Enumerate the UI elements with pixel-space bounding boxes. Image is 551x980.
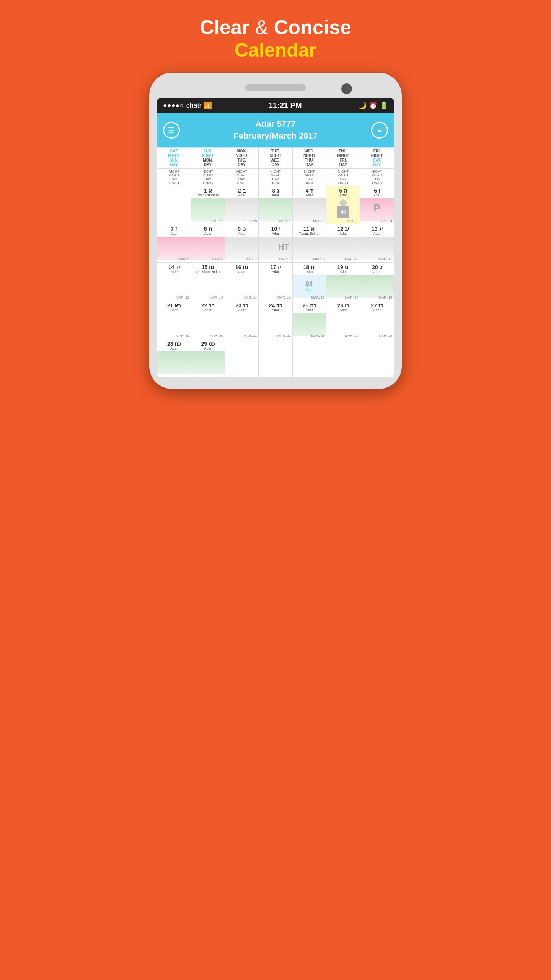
- col-sat-sun: SAT.NIGHTSUN.DAY: [157, 147, 191, 168]
- onah-1: NIGHTONAHDAYONAH: [157, 168, 191, 186]
- phone-speaker: [245, 84, 306, 91]
- status-time: 11:21 PM: [269, 101, 302, 110]
- col-thu-fri: THU.NIGHTFRI.DAY: [326, 147, 360, 168]
- wed-night-label: Wed.Night: [305, 284, 313, 292]
- week5-empty-4: [326, 339, 360, 377]
- phone-camera: [341, 83, 352, 94]
- day-27[interactable]: 27 כז Adar MAR. 25: [360, 301, 394, 339]
- day-5[interactable]: 5 ה Adar 49 MAR. 3: [326, 186, 360, 224]
- col-sun-mon: SUN.NIGHTMON.DAY: [191, 147, 225, 168]
- onah-3: NIGHTONAHDAYONAH: [225, 168, 258, 186]
- week5-empty-2: [259, 339, 292, 377]
- col-wed-thu: WED.NIGHTTHU.DAY: [292, 147, 326, 168]
- day-21[interactable]: 21 כא Adar MAR. 19: [157, 301, 191, 339]
- onah-6: NIGHTONAHDAYONAH: [326, 168, 360, 186]
- day-22[interactable]: 22 כב Adar MAR. 20: [191, 301, 225, 339]
- day-25[interactable]: 25 כה Adar MAR. 23: [292, 301, 326, 339]
- day-2[interactable]: 2 ב Adar FEB. 28: [225, 186, 258, 224]
- phone-screen: ●●●●○ chatr 📶 11:21 PM 🌙 ⏰ 🔋 ☰ Adar 5777…: [157, 98, 394, 377]
- month-hebrew: Adar 5777: [233, 118, 318, 130]
- week-1: 1 א Rosh Chodesh FEB. 27 2 ב Adar FEB. 2…: [157, 186, 394, 224]
- status-left: ●●●●○ chatr 📶: [163, 101, 212, 110]
- headline-line1: Clear & Concise: [200, 15, 351, 39]
- day-header-row: SAT.NIGHTSUN.DAY SUN.NIGHTMON.DAY MON.NI…: [157, 147, 394, 168]
- day-9[interactable]: 9 ט Adar MAR. 7: [225, 224, 258, 262]
- day-18[interactable]: 18 יח Adar M Wed.Night MAR. 16: [292, 262, 326, 301]
- carrier-label: chatr: [186, 101, 201, 109]
- list-icon[interactable]: ≡: [371, 122, 388, 139]
- week5-empty-1: [225, 339, 258, 377]
- status-right: 🌙 ⏰ 🔋: [358, 101, 388, 110]
- onah-2: NIGHTONAHDAYONAH: [191, 168, 225, 186]
- day-12[interactable]: 12 יב Adar MAR. 10: [326, 224, 360, 262]
- battery-icon: 🔋: [380, 101, 388, 110]
- day-19[interactable]: 19 יט Adar MAR. 17: [326, 262, 360, 301]
- onah-5: NIGHTONAHDAYONAH: [292, 168, 326, 186]
- day-15[interactable]: 15 טו Shushan Purim MAR. 13: [191, 262, 225, 301]
- week5-empty-3: [292, 339, 326, 377]
- status-bar: ●●●●○ chatr 📶 11:21 PM 🌙 ⏰ 🔋: [157, 98, 394, 113]
- week-5: 28 כח Adar 29 כט Adar: [157, 339, 394, 377]
- day-8[interactable]: 8 ח Adar MAR. 6: [191, 224, 225, 262]
- day-16[interactable]: 16 טז Adar MAR. 14: [225, 262, 258, 301]
- day-4[interactable]: 4 ד Adar MAR. 2: [292, 186, 326, 224]
- signal-dots: ●●●●○: [163, 101, 184, 109]
- week-3: 14 יד Purim MAR. 12 15 טו Shushan Purim …: [157, 262, 394, 301]
- wifi-icon: 📶: [204, 101, 212, 110]
- onah-7: NIGHTONAHDAYONAH: [360, 168, 394, 186]
- onah-row: NIGHTONAHDAYONAH NIGHTONAHDAYONAH NIGHTO…: [157, 168, 394, 186]
- col-mon-tue: MON.NIGHTTUE.DAY: [225, 147, 258, 168]
- ampersand: &: [255, 16, 269, 38]
- day-3[interactable]: 3 ג Adar MAR. 1: [259, 186, 292, 224]
- day-14[interactable]: 14 יד Purim MAR. 12: [157, 262, 191, 301]
- letter-ht: HT: [278, 242, 289, 252]
- day-13[interactable]: 13 יג Adar MAR. 11: [360, 224, 394, 262]
- day-29[interactable]: 29 כט Adar: [191, 339, 225, 377]
- col-tue-wed: TUE.NIGHTWED.DAY: [259, 147, 292, 168]
- month-title: Adar 5777 February/March 2017: [233, 118, 318, 142]
- day-26[interactable]: 26 כו Adar MAR. 24: [326, 301, 360, 339]
- day-20[interactable]: 20 כ Adar MAR. 18: [360, 262, 394, 301]
- headline-line2: Calendar: [200, 39, 351, 61]
- day-1[interactable]: 1 א Rosh Chodesh FEB. 27: [191, 186, 225, 224]
- day-17[interactable]: 17 יז Adar MAR. 15: [259, 262, 292, 301]
- headline: Clear & Concise Calendar: [200, 15, 351, 61]
- week-4: 21 כא Adar MAR. 19 22 כב Adar MAR. 20: [157, 301, 394, 339]
- col-fri-sat: FRI.NIGHTSAT.DAY: [360, 147, 394, 168]
- app-header: ☰ Adar 5777 February/March 2017 ≡: [157, 113, 394, 147]
- calendar-table: SAT.NIGHTSUN.DAY SUN.NIGHTMON.DAY MON.NI…: [157, 147, 394, 377]
- phone-mockup: ●●●●○ chatr 📶 11:21 PM 🌙 ⏰ 🔋 ☰ Adar 5777…: [149, 73, 402, 389]
- week1-empty: [157, 186, 191, 224]
- week5-empty-5: [360, 339, 394, 377]
- day-11[interactable]: 11 יא Ta'anit Esther MAR. 9: [292, 224, 326, 262]
- badge-49: 49: [337, 206, 349, 218]
- letter-p: P: [374, 202, 380, 214]
- month-gregorian: February/March 2017: [233, 130, 318, 142]
- day-24[interactable]: 24 כד Adar MAR. 22: [259, 301, 292, 339]
- day-10[interactable]: 10 י Adar HT MAR. 8: [259, 224, 292, 262]
- day-23[interactable]: 23 כג Adar MAR. 21: [225, 301, 258, 339]
- menu-icon[interactable]: ☰: [163, 122, 180, 139]
- onah-4: NIGHTONAHDAYONAH: [259, 168, 292, 186]
- week-2: 7 ז Adar MAR. 5 8 ח Adar MAR. 6: [157, 224, 394, 262]
- alarm-icon: ⏰: [369, 101, 377, 110]
- day-7[interactable]: 7 ז Adar MAR. 5: [157, 224, 191, 262]
- moon-icon: 🌙: [358, 101, 367, 110]
- day-6[interactable]: 6 ו Adar P MAR. 4: [360, 186, 394, 224]
- day-28[interactable]: 28 כח Adar: [157, 339, 191, 377]
